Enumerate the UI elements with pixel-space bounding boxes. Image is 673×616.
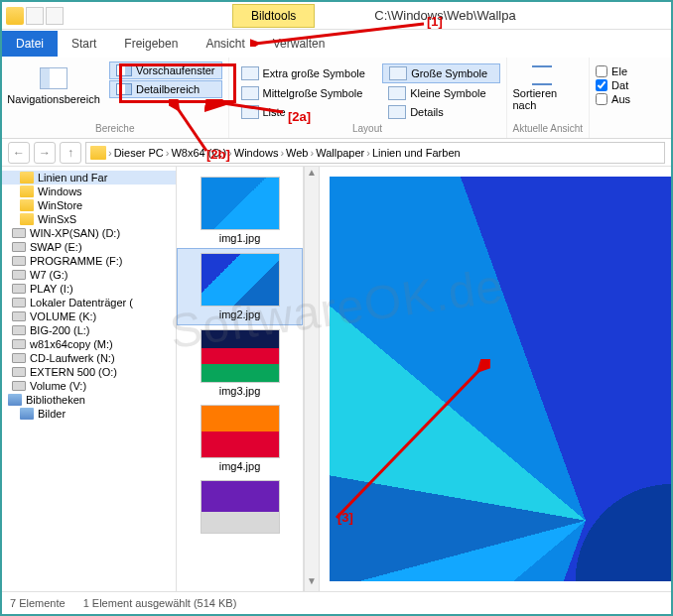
up-button[interactable]: ↑ xyxy=(60,142,81,164)
file-item-selected[interactable]: img2.jpg xyxy=(177,248,303,325)
library-icon xyxy=(8,394,22,406)
label: WIN-XP(SAN) (D:) xyxy=(30,227,120,239)
file-item[interactable] xyxy=(177,476,303,538)
window-title-path: C:\Windows\Web\Wallpa xyxy=(374,8,515,23)
tree-drive[interactable]: W7 (G:) xyxy=(2,268,176,282)
thumbnail-icon xyxy=(201,177,280,230)
tree-folder[interactable]: WinStore xyxy=(2,198,176,212)
vorschaufenster-button[interactable]: Vorschaufenster xyxy=(109,62,222,79)
breadcrumb-item[interactable]: Linien und Farben xyxy=(372,147,461,159)
detailbereich-button[interactable]: Detailbereich xyxy=(109,80,222,98)
view-medium-icons[interactable]: Mittelgroße Symbole xyxy=(235,84,377,102)
back-button[interactable]: ← xyxy=(8,142,30,164)
navigation-tree[interactable]: Linien und Far Windows WinStore WinSxS W… xyxy=(2,167,177,591)
folder-icon xyxy=(20,213,34,225)
file-item[interactable]: img4.jpg xyxy=(177,401,303,476)
tab-datei[interactable]: Datei xyxy=(2,31,58,57)
navigationsbereich-button[interactable]: Navigationsbereich xyxy=(8,62,99,105)
contextual-tab-bildtools[interactable]: Bildtools xyxy=(232,4,315,28)
tree-drive[interactable]: BIG-200 (L:) xyxy=(2,323,176,337)
view-list[interactable]: Liste xyxy=(235,103,377,121)
breadcrumb-item[interactable]: Windows xyxy=(234,147,279,159)
label: WinStore xyxy=(38,199,82,211)
ribbon-group-bereiche: Navigationsbereich Vorschaufenster Detai… xyxy=(2,58,229,138)
qat-button[interactable] xyxy=(46,7,64,25)
tree-drive[interactable]: CD-Laufwerk (N:) xyxy=(2,351,176,365)
tree-drive[interactable]: PROGRAMME (F:) xyxy=(2,254,176,268)
tree-library[interactable]: Bilder xyxy=(2,407,176,421)
drive-icon xyxy=(12,256,26,266)
breadcrumb-item[interactable]: Wallpaper xyxy=(316,147,364,159)
tree-drive[interactable]: Lokaler Datenträger ( xyxy=(2,296,176,309)
group-label-layout: Layout xyxy=(235,121,500,134)
label: Linien und Far xyxy=(38,172,107,184)
forward-button[interactable]: → xyxy=(34,142,56,164)
navpane-label: Navigationsbereich xyxy=(7,93,100,105)
tab-start[interactable]: Start xyxy=(58,31,110,57)
status-bar: 7 Elemente 1 Element ausgewählt (514 KB) xyxy=(2,591,671,613)
view-extra-large-icons[interactable]: Extra große Symbole xyxy=(235,63,377,83)
label: Lokaler Datenträger ( xyxy=(30,297,133,308)
detail-label: Detailbereich xyxy=(136,83,200,95)
breadcrumb-item[interactable]: W8x64 (C:) xyxy=(171,147,226,159)
drive-icon xyxy=(12,284,26,294)
view-large-icons[interactable]: Große Symbole xyxy=(382,63,499,83)
breadcrumb-item[interactable]: Dieser PC xyxy=(114,147,164,159)
breadcrumb[interactable]: › Dieser PC› W8x64 (C:)› Windows› Web› W… xyxy=(85,142,665,164)
label: Dat xyxy=(611,79,628,91)
tab-verwalten[interactable]: Verwalten xyxy=(259,31,339,57)
tree-drive[interactable]: EXTERN 500 (O:) xyxy=(2,365,176,379)
address-bar: ← → ↑ › Dieser PC› W8x64 (C:)› Windows› … xyxy=(2,139,671,167)
tab-freigeben[interactable]: Freigeben xyxy=(110,31,192,57)
tree-drive[interactable]: SWAP (E:) xyxy=(2,240,176,254)
preview-pane-icon xyxy=(116,64,132,76)
ribbon: Navigationsbereich Vorschaufenster Detai… xyxy=(2,58,671,139)
scroll-up-icon[interactable]: ▲ xyxy=(305,167,319,183)
folder-icon xyxy=(20,185,34,197)
drive-icon xyxy=(12,325,26,335)
tree-drive[interactable]: Volume (V:) xyxy=(2,379,176,393)
thumbnails-column[interactable]: img1.jpg img2.jpg img3.jpg img4.jpg xyxy=(177,167,304,591)
label: Große Symbole xyxy=(411,67,487,79)
status-item-count: 7 Elemente xyxy=(10,597,66,609)
group-label-bereiche: Bereiche xyxy=(8,121,222,134)
icons-icon xyxy=(389,66,407,80)
tree-folder[interactable]: WinSxS xyxy=(2,212,176,226)
tree-folder[interactable]: Windows xyxy=(2,185,176,198)
tree-drive[interactable]: w81x64copy (M:) xyxy=(2,337,176,351)
file-name: img3.jpg xyxy=(219,385,261,397)
checkbox-option[interactable]: Aus xyxy=(596,93,630,105)
content-area: Linien und Far Windows WinStore WinSxS W… xyxy=(2,167,671,591)
tab-ansicht[interactable]: Ansicht xyxy=(192,31,258,57)
label: Extra große Symbole xyxy=(263,67,365,79)
checkbox-option[interactable]: Dat xyxy=(596,79,630,91)
library-icon xyxy=(20,408,34,420)
sort-button[interactable]: Sortieren nach xyxy=(513,62,571,111)
label: SWAP (E:) xyxy=(30,241,82,253)
label: Bibliotheken xyxy=(26,394,85,406)
ribbon-group-layout: Extra große Symbole Große Symbole Mittel… xyxy=(229,58,507,138)
scroll-down-icon[interactable]: ▼ xyxy=(305,575,319,591)
view-small-icons[interactable]: Kleine Symbole xyxy=(382,84,499,102)
tree-drive[interactable]: VOLUME (K:) xyxy=(2,309,176,323)
file-item[interactable]: img1.jpg xyxy=(177,173,303,248)
checkbox-option[interactable]: Ele xyxy=(596,65,630,77)
tree-libraries[interactable]: Bibliotheken xyxy=(2,393,176,407)
tree-drive[interactable]: PLAY (I:) xyxy=(2,282,176,296)
view-details[interactable]: Details xyxy=(382,103,499,121)
quick-access-toolbar xyxy=(2,7,64,25)
file-name: img4.jpg xyxy=(219,460,261,472)
label: Mittelgroße Symbole xyxy=(263,87,363,99)
breadcrumb-item[interactable]: Web xyxy=(286,147,308,159)
file-list: img1.jpg img2.jpg img3.jpg img4.jpg ▲ ▼ xyxy=(177,167,671,591)
sort-icon xyxy=(532,65,552,85)
tree-folder[interactable]: Linien und Far xyxy=(2,171,176,185)
scrollbar[interactable]: ▲ ▼ xyxy=(304,167,320,591)
qat-button[interactable] xyxy=(26,7,44,25)
detail-pane-icon xyxy=(116,83,132,95)
file-item[interactable]: img3.jpg xyxy=(177,325,303,401)
label: PLAY (I:) xyxy=(30,283,73,295)
thumbnail-icon xyxy=(201,405,280,458)
tree-drive[interactable]: WIN-XP(SAN) (D:) xyxy=(2,226,176,240)
drive-icon xyxy=(12,311,26,321)
